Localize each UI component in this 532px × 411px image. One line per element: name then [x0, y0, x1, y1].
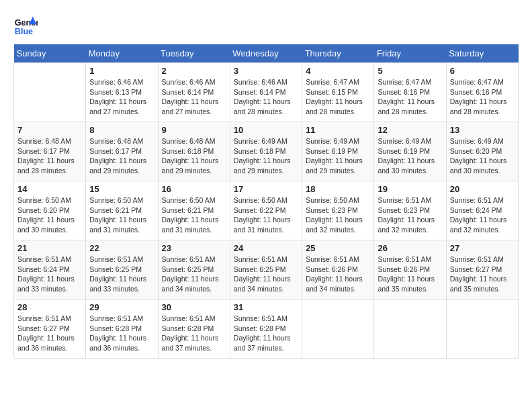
day-number: 31: [234, 302, 298, 312]
day-info: Sunrise: 6:50 AM Sunset: 6:21 PM Dayligh…: [162, 195, 226, 235]
day-info: Sunrise: 6:51 AM Sunset: 6:25 PM Dayligh…: [234, 255, 298, 294]
day-number: 18: [306, 184, 370, 194]
week-row-2: 7Sunrise: 6:48 AM Sunset: 6:17 PM Daylig…: [14, 122, 519, 181]
weekday-header-sunday: Sunday: [14, 44, 86, 63]
day-number: 16: [162, 184, 226, 194]
day-info: Sunrise: 6:51 AM Sunset: 6:24 PM Dayligh…: [450, 195, 515, 235]
day-cell: [374, 300, 446, 359]
day-info: Sunrise: 6:49 AM Sunset: 6:20 PM Dayligh…: [450, 136, 515, 176]
day-cell: 24Sunrise: 6:51 AM Sunset: 6:25 PM Dayli…: [230, 240, 302, 300]
day-info: Sunrise: 6:50 AM Sunset: 6:23 PM Dayligh…: [306, 195, 370, 235]
day-info: Sunrise: 6:51 AM Sunset: 6:26 PM Dayligh…: [378, 255, 442, 294]
day-info: Sunrise: 6:47 AM Sunset: 6:16 PM Dayligh…: [450, 77, 515, 117]
weekday-header-wednesday: Wednesday: [230, 44, 302, 63]
day-info: Sunrise: 6:46 AM Sunset: 6:14 PM Dayligh…: [234, 77, 298, 117]
day-cell: 10Sunrise: 6:49 AM Sunset: 6:18 PM Dayli…: [230, 122, 302, 181]
day-number: 4: [306, 66, 370, 76]
logo-icon: General Blue: [13, 13, 38, 38]
day-cell: 27Sunrise: 6:51 AM Sunset: 6:27 PM Dayli…: [446, 240, 518, 300]
day-number: 13: [450, 125, 515, 135]
page-header: General Blue: [13, 13, 519, 38]
day-cell: 9Sunrise: 6:48 AM Sunset: 6:18 PM Daylig…: [158, 122, 230, 181]
day-number: 5: [378, 66, 442, 76]
day-cell: 20Sunrise: 6:51 AM Sunset: 6:24 PM Dayli…: [446, 181, 518, 240]
day-info: Sunrise: 6:48 AM Sunset: 6:18 PM Dayligh…: [162, 136, 226, 176]
day-info: Sunrise: 6:50 AM Sunset: 6:21 PM Dayligh…: [89, 195, 154, 235]
day-cell: 26Sunrise: 6:51 AM Sunset: 6:26 PM Dayli…: [374, 240, 446, 300]
day-cell: 18Sunrise: 6:50 AM Sunset: 6:23 PM Dayli…: [302, 181, 374, 240]
day-info: Sunrise: 6:47 AM Sunset: 6:16 PM Dayligh…: [378, 77, 442, 117]
weekday-header-tuesday: Tuesday: [158, 44, 230, 63]
day-cell: [302, 300, 374, 359]
day-info: Sunrise: 6:48 AM Sunset: 6:17 PM Dayligh…: [89, 136, 154, 176]
day-number: 9: [162, 125, 226, 135]
day-number: 19: [378, 184, 442, 194]
day-number: 25: [306, 243, 370, 253]
day-info: Sunrise: 6:49 AM Sunset: 6:19 PM Dayligh…: [378, 136, 442, 176]
day-cell: 22Sunrise: 6:51 AM Sunset: 6:25 PM Dayli…: [86, 240, 158, 300]
day-number: 7: [17, 125, 82, 135]
day-number: 27: [450, 243, 515, 253]
day-number: 17: [234, 184, 298, 194]
day-cell: 11Sunrise: 6:49 AM Sunset: 6:19 PM Dayli…: [302, 122, 374, 181]
day-cell: 3Sunrise: 6:46 AM Sunset: 6:14 PM Daylig…: [230, 63, 302, 122]
day-number: 3: [234, 66, 298, 76]
day-number: 29: [89, 302, 154, 312]
day-number: 1: [89, 66, 154, 76]
day-cell: 1Sunrise: 6:46 AM Sunset: 6:13 PM Daylig…: [86, 63, 158, 122]
day-cell: 4Sunrise: 6:47 AM Sunset: 6:15 PM Daylig…: [302, 63, 374, 122]
day-info: Sunrise: 6:51 AM Sunset: 6:23 PM Dayligh…: [378, 195, 442, 235]
day-info: Sunrise: 6:51 AM Sunset: 6:25 PM Dayligh…: [162, 255, 226, 294]
day-info: Sunrise: 6:49 AM Sunset: 6:18 PM Dayligh…: [234, 136, 298, 176]
calendar-table: SundayMondayTuesdayWednesdayThursdayFrid…: [13, 44, 519, 359]
day-info: Sunrise: 6:50 AM Sunset: 6:20 PM Dayligh…: [17, 195, 82, 235]
day-cell: 30Sunrise: 6:51 AM Sunset: 6:28 PM Dayli…: [158, 300, 230, 359]
weekday-header-thursday: Thursday: [302, 44, 374, 63]
day-info: Sunrise: 6:51 AM Sunset: 6:24 PM Dayligh…: [17, 255, 82, 294]
day-info: Sunrise: 6:51 AM Sunset: 6:28 PM Dayligh…: [234, 314, 298, 353]
day-cell: 12Sunrise: 6:49 AM Sunset: 6:19 PM Dayli…: [374, 122, 446, 181]
day-number: 8: [89, 125, 154, 135]
day-info: Sunrise: 6:46 AM Sunset: 6:13 PM Dayligh…: [89, 77, 154, 117]
svg-text:Blue: Blue: [15, 27, 33, 36]
day-number: 11: [306, 125, 370, 135]
day-number: 22: [89, 243, 154, 253]
day-number: 28: [17, 302, 82, 312]
day-cell: 8Sunrise: 6:48 AM Sunset: 6:17 PM Daylig…: [86, 122, 158, 181]
day-cell: 16Sunrise: 6:50 AM Sunset: 6:21 PM Dayli…: [158, 181, 230, 240]
day-info: Sunrise: 6:47 AM Sunset: 6:15 PM Dayligh…: [306, 77, 370, 117]
day-number: 12: [378, 125, 442, 135]
day-info: Sunrise: 6:51 AM Sunset: 6:28 PM Dayligh…: [89, 314, 154, 353]
day-cell: 7Sunrise: 6:48 AM Sunset: 6:17 PM Daylig…: [14, 122, 86, 181]
week-row-4: 21Sunrise: 6:51 AM Sunset: 6:24 PM Dayli…: [14, 240, 519, 300]
day-info: Sunrise: 6:51 AM Sunset: 6:26 PM Dayligh…: [306, 255, 370, 294]
day-cell: 17Sunrise: 6:50 AM Sunset: 6:22 PM Dayli…: [230, 181, 302, 240]
day-info: Sunrise: 6:51 AM Sunset: 6:28 PM Dayligh…: [162, 314, 226, 353]
logo: General Blue: [13, 13, 40, 38]
day-cell: [446, 300, 518, 359]
day-info: Sunrise: 6:51 AM Sunset: 6:27 PM Dayligh…: [450, 255, 515, 294]
day-number: 6: [450, 66, 515, 76]
day-number: 26: [378, 243, 442, 253]
weekday-header-row: SundayMondayTuesdayWednesdayThursdayFrid…: [14, 44, 519, 63]
day-cell: 31Sunrise: 6:51 AM Sunset: 6:28 PM Dayli…: [230, 300, 302, 359]
week-row-5: 28Sunrise: 6:51 AM Sunset: 6:27 PM Dayli…: [14, 300, 519, 359]
day-cell: 13Sunrise: 6:49 AM Sunset: 6:20 PM Dayli…: [446, 122, 518, 181]
day-number: 24: [234, 243, 298, 253]
day-cell: 6Sunrise: 6:47 AM Sunset: 6:16 PM Daylig…: [446, 63, 518, 122]
weekday-header-friday: Friday: [374, 44, 446, 63]
day-number: 2: [162, 66, 226, 76]
weekday-header-monday: Monday: [86, 44, 158, 63]
day-number: 10: [234, 125, 298, 135]
day-number: 20: [450, 184, 515, 194]
day-info: Sunrise: 6:49 AM Sunset: 6:19 PM Dayligh…: [306, 136, 370, 176]
weekday-header-saturday: Saturday: [446, 44, 518, 63]
day-number: 15: [89, 184, 154, 194]
day-info: Sunrise: 6:51 AM Sunset: 6:25 PM Dayligh…: [89, 255, 154, 294]
day-info: Sunrise: 6:48 AM Sunset: 6:17 PM Dayligh…: [17, 136, 82, 176]
day-cell: 29Sunrise: 6:51 AM Sunset: 6:28 PM Dayli…: [86, 300, 158, 359]
day-cell: 5Sunrise: 6:47 AM Sunset: 6:16 PM Daylig…: [374, 63, 446, 122]
day-cell: 15Sunrise: 6:50 AM Sunset: 6:21 PM Dayli…: [86, 181, 158, 240]
day-number: 21: [17, 243, 82, 253]
day-number: 23: [162, 243, 226, 253]
